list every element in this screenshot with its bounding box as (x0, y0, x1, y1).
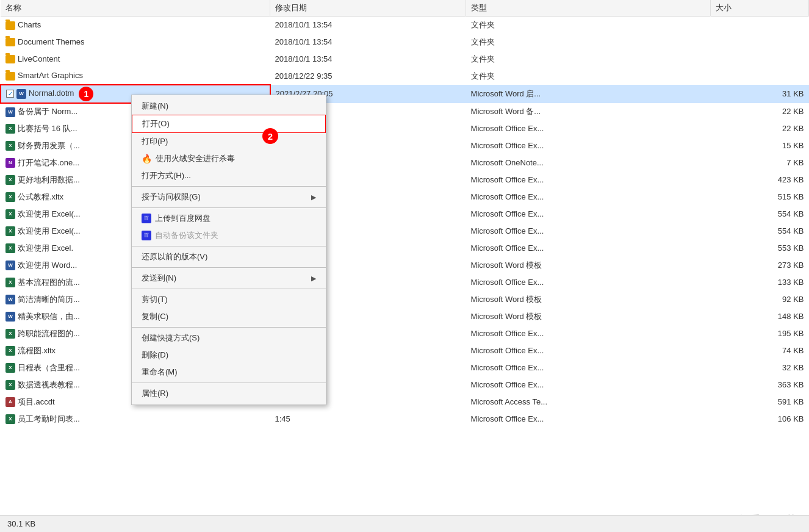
context-menu-item-delete[interactable]: 删除(D) (132, 347, 326, 364)
context-menu-item-grant-access[interactable]: 授予访问权限(G)▶ (132, 189, 326, 206)
context-menu-item-label: 自动备份该文件夹 (155, 230, 218, 241)
table-row[interactable]: Charts2018/10/1 13:54文件夹 (1, 16, 809, 34)
excel-icon: X (5, 141, 15, 151)
file-name: 基本流程图的流... (18, 278, 80, 287)
context-menu-separator (132, 186, 326, 187)
file-size: 106 KB (711, 411, 809, 428)
context-menu-item-baidu-upload[interactable]: 百上传到百度网盘 (132, 210, 326, 227)
context-menu: 新建(N)打开(O)打印(P)🔥使用火绒安全进行杀毒打开方式(H)...授予访问… (131, 95, 326, 405)
table-row[interactable]: Document Themes2018/10/1 13:54文件夹 (1, 34, 809, 51)
context-menu-item-open[interactable]: 打开(O) (132, 115, 326, 133)
excel-icon: X (5, 175, 15, 185)
file-size (711, 16, 809, 34)
file-name: 流程图.xltx (18, 346, 56, 355)
file-type: Microsoft Office Ex... (466, 411, 711, 428)
col-header-type[interactable]: 类型 (466, 0, 711, 16)
col-header-size[interactable]: 大小 (711, 0, 809, 16)
file-name: Normal.dotm (29, 88, 74, 98)
file-size: 32 KB (711, 359, 809, 376)
context-menu-item-label: 新建(N) (142, 101, 168, 112)
context-menu-item-cut[interactable]: 剪切(T) (132, 291, 326, 308)
context-menu-separator (132, 289, 326, 289)
table-row[interactable]: SmartArt Graphics2018/12/22 9:35文件夹 (1, 68, 809, 85)
context-menu-item-label: 打印(P) (142, 136, 168, 147)
context-menu-item-open-with[interactable]: 打开方式(H)... (132, 167, 326, 184)
table-row[interactable]: A项目.accdt8 11:15Microsoft Access Te...59… (1, 394, 809, 411)
file-size: 195 KB (711, 325, 809, 342)
table-row[interactable]: X更好地利用数据...5:56Microsoft Office Ex...423… (1, 171, 809, 189)
table-row[interactable]: X员工考勤时间表...1:45Microsoft Office Ex...106… (1, 411, 809, 428)
context-menu-item-label: 剪切(T) (142, 294, 168, 305)
folder-icon (5, 38, 15, 46)
file-name: 打开笔记本.one... (18, 158, 79, 167)
excel-icon: X (5, 243, 15, 253)
context-menu-item-print[interactable]: 打印(P) (132, 133, 326, 150)
file-type: Microsoft Office Ex... (466, 376, 711, 394)
table-row[interactable]: X数据透视表教程...22 3:20Microsoft Office Ex...… (1, 376, 809, 394)
step2-badge: 2 (262, 128, 278, 144)
context-menu-item-create-shortcut[interactable]: 创建快捷方式(S) (132, 329, 326, 347)
excel-icon: X (5, 209, 15, 219)
file-size: 423 KB (711, 171, 809, 189)
context-menu-item-send-to[interactable]: 发送到(N)▶ (132, 270, 326, 287)
context-menu-separator (132, 327, 326, 328)
table-row[interactable]: X财务费用发票（...4 13:44Microsoft Office Ex...… (1, 137, 809, 154)
excel-icon: X (5, 346, 15, 356)
file-name: 欢迎使用 Excel. (18, 243, 73, 253)
excel-icon: X (5, 329, 15, 339)
context-menu-item-label: 使用火绒安全进行杀毒 (156, 153, 235, 164)
file-size: 515 KB (711, 189, 809, 206)
file-size: 363 KB (711, 376, 809, 394)
excel-icon: X (5, 192, 15, 202)
col-header-name[interactable]: 名称 (1, 0, 270, 16)
file-type: 文件夹 (466, 16, 711, 34)
table-row[interactable]: X日程表（含里程...0 22:45Microsoft Office Ex...… (1, 359, 809, 376)
table-row[interactable]: N打开笔记本.one...1 13:54Microsoft OneNote...… (1, 154, 809, 171)
context-menu-item-antivirus[interactable]: 🔥使用火绒安全进行杀毒 (132, 150, 326, 167)
context-menu-separator (132, 246, 326, 246)
context-menu-item-label: 授予访问权限(G) (142, 192, 201, 203)
table-row[interactable]: W简洁清晰的简历...9 4:44Microsoft Word 模板92 KB (1, 291, 809, 308)
status-bar: 30.1 KB (0, 515, 809, 532)
context-menu-separator (132, 383, 326, 383)
file-name: 日程表（含里程... (18, 363, 80, 372)
file-type: 文件夹 (466, 34, 711, 51)
word-icon: W (5, 261, 15, 270)
file-checkbox[interactable] (6, 90, 14, 98)
file-name: 项目.accdt (18, 397, 55, 406)
table-row[interactable]: X基本流程图的流...5 8:44Microsoft Office Ex...1… (1, 274, 809, 291)
context-menu-item-new[interactable]: 新建(N) (132, 98, 326, 115)
table-row[interactable]: W精美求职信，由...31 6:10Microsoft Word 模板148 K… (1, 308, 809, 325)
file-name: 员工考勤时间表... (18, 414, 80, 423)
file-type: Microsoft Office Ex... (466, 120, 711, 137)
file-name: 精美求职信，由... (18, 312, 80, 321)
word-icon: W (5, 295, 15, 304)
file-name: 欢迎使用 Word... (18, 261, 77, 270)
table-row[interactable]: X流程图.xltx6 4:33Microsoft Office Ex...74 … (1, 342, 809, 359)
context-menu-item-rename[interactable]: 重命名(M) (132, 364, 326, 381)
context-menu-item-label: 打开(O) (142, 118, 170, 129)
file-name: LiveContent (18, 54, 60, 63)
context-menu-item-copy[interactable]: 复制(C) (132, 308, 326, 325)
table-row[interactable]: X欢迎使用 Excel(...17 5:46Microsoft Office E… (1, 223, 809, 240)
file-name: 更好地利用数据... (18, 175, 80, 184)
table-row[interactable]: W备份属于 Norm...22:35Microsoft Word 备...22 … (1, 103, 809, 120)
table-row[interactable]: X公式教程.xltx0 1:32Microsoft Office Ex...51… (1, 189, 809, 206)
table-row[interactable]: W欢迎使用 Word...6 4:41Microsoft Word 模板273 … (1, 257, 809, 274)
table-row[interactable]: X跨职能流程图的...5 10:33Microsoft Office Ex...… (1, 325, 809, 342)
context-menu-item-restore[interactable]: 还原以前的版本(V) (132, 248, 326, 265)
fire-icon: 🔥 (142, 154, 152, 164)
table-row[interactable]: WNormal.dotm12021/2/27 20:05Microsoft Wo… (1, 85, 809, 103)
baidu-icon: 百 (142, 214, 151, 223)
table-row[interactable]: X比赛括号 16 队...5 5:11Microsoft Office Ex..… (1, 120, 809, 137)
file-type: Microsoft Office Ex... (466, 325, 711, 342)
table-row[interactable]: X欢迎使用 Excel.8 6:18Microsoft Office Ex...… (1, 240, 809, 257)
context-menu-item-properties[interactable]: 属性(R) (132, 385, 326, 402)
file-type: Microsoft Office Ex... (466, 359, 711, 376)
table-row[interactable]: LiveContent2018/10/1 13:54文件夹 (1, 51, 809, 68)
excel-icon: X (5, 380, 15, 390)
col-header-date[interactable]: 修改日期 (270, 0, 466, 16)
folder-icon (5, 55, 15, 63)
table-header: 名称 修改日期 类型 大小 (1, 0, 809, 16)
table-row[interactable]: X欢迎使用 Excel(...1:15Microsoft Office Ex..… (1, 206, 809, 223)
